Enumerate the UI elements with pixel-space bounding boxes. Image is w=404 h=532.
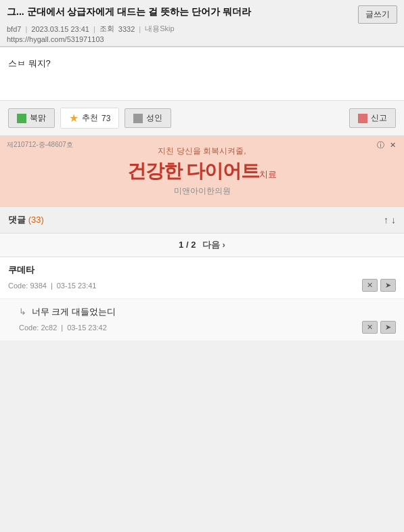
ad-close-button[interactable]: ✕ xyxy=(388,141,397,150)
down-arrow-icon[interactable]: ↓ xyxy=(391,215,396,225)
reply-forward-button[interactable]: ➤ xyxy=(380,321,396,334)
ad-main-line: 건강한 다이어트치료 xyxy=(11,160,393,183)
recommend-label: 추천 xyxy=(82,112,98,124)
ad-label: 제210712-중-48607호 xyxy=(7,140,73,150)
report-icon xyxy=(358,114,367,123)
comment-actions: ✕ ➤ xyxy=(362,279,396,292)
comments-title-group: 댓글 (33) xyxy=(8,214,44,226)
views-count: 3332 xyxy=(118,25,135,33)
ad-clinic: 미앤아이한의원 xyxy=(11,185,393,197)
comments-header: 댓글 (33) ↑ ↓ xyxy=(0,207,404,234)
report-button[interactable]: 신고 xyxy=(349,108,396,128)
reply-actions: ✕ ➤ xyxy=(362,321,396,334)
ad-main-text: 건강한 다이어트 xyxy=(127,160,260,181)
top-bar: 그... 군대에서 상급자에게 대드는 걸 뜻하는 단어가 뭐더라 글쓰기 bf… xyxy=(0,0,404,47)
post-title: 그... 군대에서 상급자에게 대드는 걸 뜻하는 단어가 뭐더라 xyxy=(7,5,251,19)
comment-divider: | xyxy=(51,282,53,290)
comment-forward-button[interactable]: ➤ xyxy=(380,279,396,292)
report-label: 신고 xyxy=(371,112,387,124)
comment-reply-item: ↳ 너무 크게 대들었는디 Code: 2c82 | 03-15 23:42 ✕… xyxy=(0,299,404,341)
views-label: 조회 xyxy=(99,24,114,34)
reply-date: 03-15 23:42 xyxy=(67,324,107,332)
bookmark-button[interactable]: 북맑 xyxy=(8,108,55,128)
post-meta: bfd7 | 2023.03.15 23:41 | 조회 3332 | 내용Sk… xyxy=(7,24,397,34)
reply-content: 너무 크게 대들었는디 xyxy=(32,307,116,317)
ad-main-sub: 치료 xyxy=(259,169,277,179)
write-button[interactable]: 글쓰기 xyxy=(358,5,397,24)
bookmark-icon xyxy=(17,114,26,123)
reply-delete-button[interactable]: ✕ xyxy=(362,321,378,334)
ad-controls: ⓘ ✕ xyxy=(376,140,397,150)
comment-date: 03-15 23:41 xyxy=(57,282,97,290)
reply-indicator-icon: ↳ xyxy=(19,307,26,317)
comment-section: 쿠데타 Code: 9384 | 03-15 23:41 ✕ ➤ ↳ 너무 크게… xyxy=(0,257,404,341)
post-date: 2023.03.15 23:41 xyxy=(31,25,89,33)
pagination-bar: 1 / 2 다음 › xyxy=(0,234,404,257)
post-url[interactable]: https://hygall.com/531971103 xyxy=(7,35,397,43)
reply-divider: | xyxy=(61,324,63,332)
post-author: bfd7 xyxy=(7,25,21,33)
comment-meta-row: Code: 9384 | 03-15 23:41 ✕ ➤ xyxy=(8,279,396,292)
post-content-area: 스ㅂ 뭐지? xyxy=(0,47,404,101)
sort-arrows[interactable]: ↑ ↓ xyxy=(384,215,396,225)
ad-info-button[interactable]: ⓘ xyxy=(376,140,386,150)
comment-author: 쿠데타 xyxy=(8,264,396,276)
comments-title: 댓글 xyxy=(8,215,26,225)
adult-label: 성인 xyxy=(146,112,162,124)
recommend-button[interactable]: ★ 추천 73 xyxy=(60,108,119,129)
comment-delete-button[interactable]: ✕ xyxy=(362,279,378,292)
content-skip[interactable]: 내용Skip xyxy=(145,24,174,34)
page-total: 2 xyxy=(191,240,196,250)
reply-meta: Code: 2c82 | 03-15 23:42 xyxy=(19,324,107,332)
adult-icon xyxy=(133,114,143,123)
next-page-link[interactable]: 다음 › xyxy=(202,240,225,250)
reply-meta-row: Code: 2c82 | 03-15 23:42 ✕ ➤ xyxy=(19,321,396,334)
comment-meta: Code: 9384 | 03-15 23:41 xyxy=(8,282,96,290)
reply-code: Code: 2c82 xyxy=(19,324,57,332)
action-bar: 북맑 ★ 추천 73 성인 신고 xyxy=(0,101,404,136)
up-arrow-icon[interactable]: ↑ xyxy=(384,215,388,225)
comment-code: Code: 9384 xyxy=(8,282,47,290)
comment-author-name: 쿠데타 xyxy=(8,265,35,275)
ad-banner: 제210712-중-48607호 ⓘ ✕ 지친 당신을 회복시켜줄, 건강한 다… xyxy=(0,136,404,207)
comments-count: (33) xyxy=(28,215,44,225)
adult-button[interactable]: 성인 xyxy=(125,108,171,128)
star-icon: ★ xyxy=(69,112,78,125)
comment-item: 쿠데타 Code: 9384 | 03-15 23:41 ✕ ➤ xyxy=(0,257,404,299)
recommend-count: 73 xyxy=(102,114,110,123)
page-current: 1 xyxy=(179,240,183,250)
reply-text: ↳ 너무 크게 대들었는디 xyxy=(19,306,396,318)
post-content-text: 스ㅂ 뭐지? xyxy=(8,57,396,71)
bookmark-label: 북맑 xyxy=(30,112,46,124)
